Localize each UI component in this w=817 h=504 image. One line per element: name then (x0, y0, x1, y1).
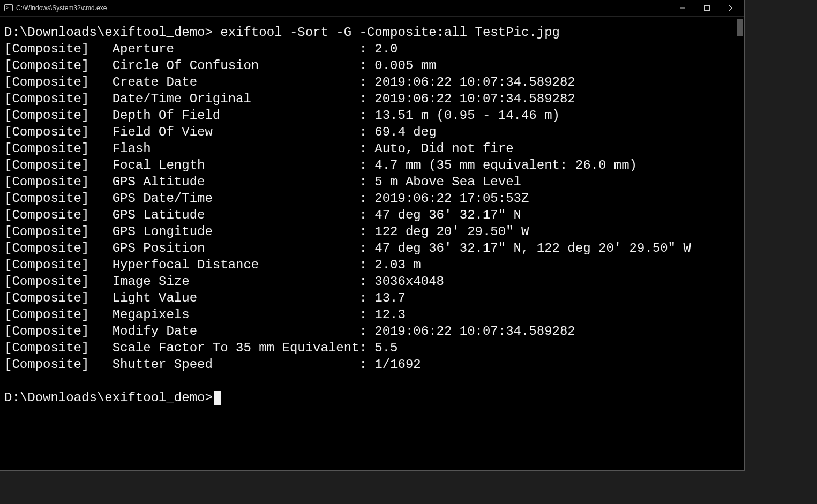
output-value: 12.3 (374, 306, 406, 323)
terminal-output[interactable]: D:\Downloads\exiftool_demo> exiftool -So… (0, 17, 736, 470)
output-row: [Composite]Megapixels: 12.3 (4, 306, 731, 323)
output-separator: : (359, 273, 375, 290)
output-label: Field Of View (113, 124, 359, 140)
cmd-icon: >_ (4, 4, 13, 12)
output-label: Megapixels (113, 306, 359, 323)
output-row: [Composite]Depth Of Field: 13.51 m (0.95… (4, 107, 731, 124)
cmd-window: >_ C:\Windows\System32\cmd.exe D:\Downlo… (0, 0, 744, 470)
output-group: [Composite] (4, 74, 113, 91)
output-group: [Composite] (4, 306, 113, 323)
output-value: 47 deg 36' 32.17" N, 122 deg 20' 29.50" … (374, 240, 691, 257)
output-row: [Composite]Aperture: 2.0 (4, 41, 731, 57)
output-row: [Composite]Field Of View: 69.4 deg (4, 124, 731, 140)
svg-rect-3 (705, 6, 710, 11)
prompt-line: D:\Downloads\exiftool_demo> (4, 389, 731, 406)
output-separator: : (359, 240, 375, 257)
output-label: Create Date (113, 74, 359, 91)
output-value: 2.0 (374, 41, 398, 57)
window-controls (670, 0, 744, 16)
output-row: [Composite]Hyperfocal Distance: 2.03 m (4, 257, 731, 273)
output-label: Hyperfocal Distance (113, 257, 359, 273)
output-value: 5.5 (374, 340, 398, 356)
output-group: [Composite] (4, 323, 113, 340)
output-separator: : (359, 157, 375, 174)
output-value: 4.7 mm (35 mm equivalent: 26.0 mm) (374, 157, 637, 174)
output-value: 13.7 (374, 290, 406, 306)
output-group: [Composite] (4, 223, 113, 240)
output-group: [Composite] (4, 41, 113, 57)
output-group: [Composite] (4, 91, 113, 107)
output-separator: : (359, 41, 375, 57)
output-label: GPS Position (113, 240, 359, 257)
window-title: C:\Windows\System32\cmd.exe (16, 4, 107, 12)
output-row: [Composite]Image Size: 3036x4048 (4, 273, 731, 290)
output-label: Image Size (113, 273, 359, 290)
svg-text:>_: >_ (6, 5, 11, 10)
output-row: [Composite]Scale Factor To 35 mm Equival… (4, 340, 731, 356)
output-group: [Composite] (4, 207, 113, 223)
output-value: 122 deg 20' 29.50" W (374, 223, 529, 240)
output-row: [Composite]GPS Date/Time: 2019:06:22 17:… (4, 190, 731, 207)
output-row: [Composite]Focal Length: 4.7 mm (35 mm e… (4, 157, 731, 174)
output-value: 2019:06:22 10:07:34.589282 (374, 74, 575, 91)
output-group: [Composite] (4, 174, 113, 190)
maximize-button[interactable] (695, 0, 719, 16)
output-label: Light Value (113, 290, 359, 306)
output-separator: : (359, 223, 375, 240)
output-group: [Composite] (4, 57, 113, 74)
cursor (214, 391, 221, 405)
output-separator: : (359, 124, 375, 140)
output-separator: : (359, 74, 375, 91)
command-line: D:\Downloads\exiftool_demo> exiftool -So… (4, 24, 731, 41)
output-value: 69.4 deg (374, 124, 436, 140)
output-value: 2019:06:22 10:07:34.589282 (374, 323, 575, 340)
output-group: [Composite] (4, 356, 113, 373)
output-row: [Composite]Shutter Speed: 1/1692 (4, 356, 731, 373)
output-row: [Composite]Flash: Auto, Did not fire (4, 140, 731, 157)
output-label: Circle Of Confusion (113, 57, 359, 74)
terminal-area: D:\Downloads\exiftool_demo> exiftool -So… (0, 17, 744, 470)
output-group: [Composite] (4, 124, 113, 140)
output-value: 2019:06:22 17:05:53Z (374, 190, 529, 207)
output-separator: : (359, 140, 375, 157)
scrollbar[interactable] (736, 17, 744, 470)
output-label: GPS Date/Time (113, 190, 359, 207)
output-row: [Composite]Light Value: 13.7 (4, 290, 731, 306)
close-button[interactable] (719, 0, 744, 16)
output-group: [Composite] (4, 290, 113, 306)
output-group: [Composite] (4, 190, 113, 207)
scrollbar-thumb[interactable] (737, 19, 743, 36)
minimize-button[interactable] (670, 0, 695, 16)
output-group: [Composite] (4, 240, 113, 257)
output-label: GPS Altitude (113, 174, 359, 190)
output-separator: : (359, 207, 375, 223)
output-value: 1/1692 (374, 356, 421, 373)
output-label: Flash (113, 140, 359, 157)
output-group: [Composite] (4, 273, 113, 290)
output-label: Focal Length (113, 157, 359, 174)
output-value: 0.005 mm (374, 57, 436, 74)
output-group: [Composite] (4, 157, 113, 174)
titlebar[interactable]: >_ C:\Windows\System32\cmd.exe (0, 0, 744, 17)
command-text: exiftool -Sort -G -Composite:all TestPic… (220, 25, 560, 40)
output-row: [Composite]GPS Position: 47 deg 36' 32.1… (4, 240, 731, 257)
output-label: Shutter Speed (113, 356, 359, 373)
output-separator: : (359, 323, 375, 340)
output-separator: : (359, 356, 375, 373)
output-row: [Composite]GPS Altitude: 5 m Above Sea L… (4, 174, 731, 190)
output-value: 47 deg 36' 32.17" N (374, 207, 521, 223)
output-label: Modify Date (113, 323, 359, 340)
output-row: [Composite]Modify Date: 2019:06:22 10:07… (4, 323, 731, 340)
output-label: Scale Factor To 35 mm Equivalent (113, 340, 359, 356)
output-separator: : (359, 290, 375, 306)
output-value: 5 m Above Sea Level (374, 174, 521, 190)
output-row: [Composite]GPS Longitude: 122 deg 20' 29… (4, 223, 731, 240)
output-value: Auto, Did not fire (374, 140, 513, 157)
output-label: Depth Of Field (113, 107, 359, 124)
output-separator: : (359, 91, 375, 107)
output-separator: : (359, 340, 375, 356)
output-group: [Composite] (4, 257, 113, 273)
output-value: 2019:06:22 10:07:34.589282 (374, 91, 575, 107)
prompt: D:\Downloads\exiftool_demo> (4, 390, 213, 405)
prompt: D:\Downloads\exiftool_demo> (4, 25, 220, 40)
